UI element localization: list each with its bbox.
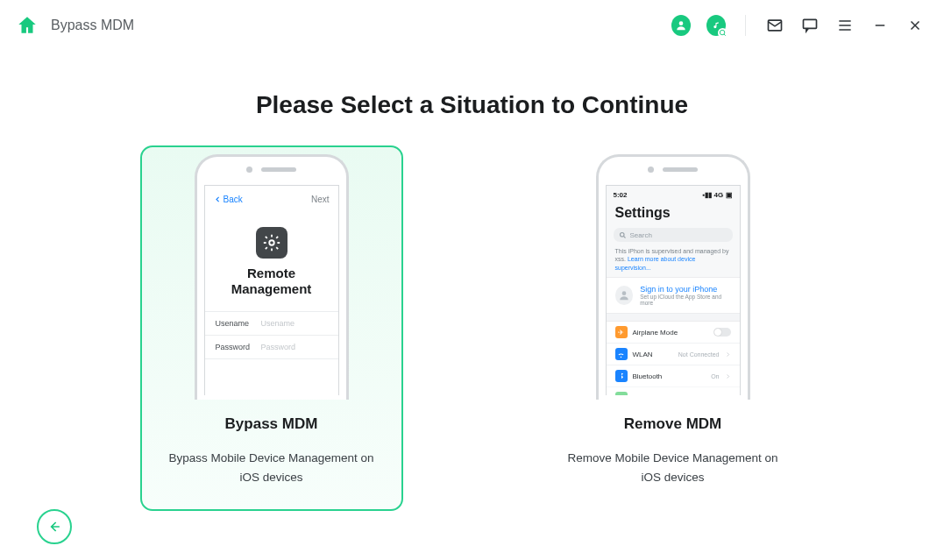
username-field: Usename Usename	[205, 311, 338, 335]
remove-card-desc: Remove Mobile Device Management on iOS d…	[564, 449, 783, 486]
page-title: Please Select a Situation to Continue	[0, 91, 944, 119]
svg-point-5	[620, 232, 624, 237]
remove-mdm-card[interactable]: 5:02 ▪▮▮ 4G ▣ Settings Search This iPhon…	[542, 145, 805, 511]
svg-rect-3	[804, 19, 817, 28]
separator	[745, 15, 746, 36]
chevron-right-icon	[725, 373, 731, 379]
wlan-row: WLAN Not Connected	[607, 343, 740, 365]
svg-point-4	[269, 240, 274, 245]
phone-back-label: Back	[214, 195, 243, 204]
toggle-off-icon	[713, 328, 731, 337]
user-icon[interactable]	[671, 16, 691, 35]
titlebar-left: Bypass MDM	[16, 14, 134, 37]
remote-management-heading: Remote Management	[205, 266, 338, 297]
bypass-mdm-card[interactable]: Back Next Remote Management Usename Usen…	[140, 145, 403, 511]
mail-icon[interactable]	[765, 16, 784, 35]
bypass-phone-mock: Back Next Remote Management Usename Usen…	[195, 154, 349, 400]
remove-card-title: Remove MDM	[624, 415, 721, 433]
cellular-icon	[615, 392, 628, 395]
bypass-card-desc: Bypass Mobile Device Management on iOS d…	[162, 449, 381, 486]
feedback-icon[interactable]	[800, 16, 820, 35]
svg-point-6	[622, 292, 627, 296]
titlebar-right	[671, 15, 925, 36]
airplane-icon: ✈	[615, 326, 628, 338]
close-icon[interactable]	[905, 16, 925, 35]
chevron-right-icon	[725, 351, 731, 358]
bypass-card-title: Bypass MDM	[225, 415, 318, 433]
gear-icon	[256, 227, 287, 259]
minimize-icon[interactable]	[870, 16, 890, 35]
cellular-row: Cellular	[607, 386, 740, 395]
signin-row: Sign in to your iPhone Set up iCloud the…	[607, 278, 740, 313]
settings-search: Search	[614, 228, 733, 242]
password-field: Password Password	[205, 335, 338, 358]
phone-next-label: Next	[311, 195, 330, 204]
bluetooth-icon	[615, 370, 628, 382]
phone-status-bar: 5:02 ▪▮▮ 4G ▣	[607, 186, 740, 202]
music-search-icon[interactable]	[706, 16, 726, 35]
avatar-icon	[615, 286, 634, 305]
settings-heading: Settings	[607, 202, 740, 226]
titlebar: Bypass MDM	[0, 0, 944, 51]
svg-point-0	[679, 21, 684, 25]
remove-phone-mock: 5:02 ▪▮▮ 4G ▣ Settings Search This iPhon…	[596, 154, 750, 400]
home-icon[interactable]	[16, 14, 39, 37]
wifi-icon	[615, 348, 628, 360]
menu-icon[interactable]	[835, 16, 855, 35]
supervised-note: This iPhon is supervised and managed by …	[607, 247, 740, 277]
situation-cards: Back Next Remote Management Usename Usen…	[0, 145, 944, 511]
back-button[interactable]	[37, 509, 72, 544]
airplane-row: ✈ Airplane Mode	[607, 322, 740, 343]
app-title: Bypass MDM	[51, 18, 134, 33]
bluetooth-row: Bluetooth On	[607, 365, 740, 386]
